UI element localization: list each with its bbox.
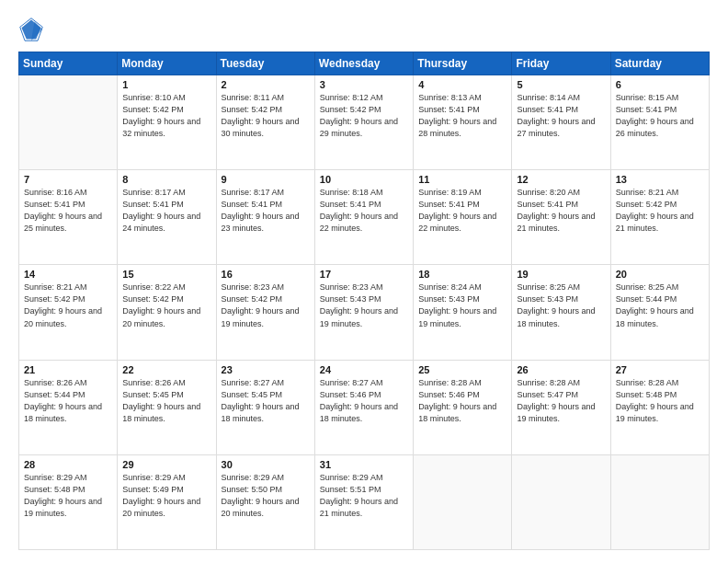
calendar-cell: 21Sunrise: 8:26 AMSunset: 5:44 PMDayligh… (19, 360, 118, 454)
day-info: Sunrise: 8:26 AMSunset: 5:44 PMDaylight:… (24, 377, 112, 425)
day-info: Sunrise: 8:17 AMSunset: 5:41 PMDaylight:… (122, 187, 210, 235)
day-number: 10 (320, 174, 408, 185)
day-number: 6 (616, 79, 704, 90)
day-number: 23 (222, 364, 310, 375)
calendar-cell: 17Sunrise: 8:23 AMSunset: 5:43 PMDayligh… (314, 265, 413, 360)
day-info: Sunrise: 8:28 AMSunset: 5:46 PMDaylight:… (418, 377, 506, 425)
day-info: Sunrise: 8:25 AMSunset: 5:43 PMDaylight:… (517, 282, 605, 329)
weekday-header-tuesday: Tuesday (216, 52, 314, 75)
day-info: Sunrise: 8:16 AMSunset: 5:41 PMDaylight:… (24, 187, 112, 235)
weekday-header-saturday: Saturday (610, 52, 709, 75)
calendar-table: SundayMondayTuesdayWednesdayThursdayFrid… (18, 52, 710, 550)
weekday-header-sunday: Sunday (19, 52, 118, 75)
day-info: Sunrise: 8:28 AMSunset: 5:47 PMDaylight:… (517, 377, 605, 425)
calendar-cell: 30Sunrise: 8:29 AMSunset: 5:50 PMDayligh… (216, 454, 314, 549)
header (18, 17, 710, 42)
day-number: 15 (122, 269, 210, 280)
day-info: Sunrise: 8:27 AMSunset: 5:46 PMDaylight:… (320, 377, 408, 425)
day-number: 29 (122, 459, 210, 470)
calendar-cell: 5Sunrise: 8:14 AMSunset: 5:41 PMDaylight… (512, 75, 610, 170)
day-info: Sunrise: 8:23 AMSunset: 5:42 PMDaylight:… (222, 282, 310, 329)
day-info: Sunrise: 8:17 AMSunset: 5:41 PMDaylight:… (222, 187, 310, 235)
logo-icon (18, 17, 44, 42)
day-number: 18 (418, 269, 506, 280)
calendar-cell: 27Sunrise: 8:28 AMSunset: 5:48 PMDayligh… (610, 360, 709, 454)
day-number: 30 (222, 459, 310, 470)
calendar-cell: 22Sunrise: 8:26 AMSunset: 5:45 PMDayligh… (118, 360, 216, 454)
day-info: Sunrise: 8:13 AMSunset: 5:41 PMDaylight:… (418, 92, 506, 140)
day-info: Sunrise: 8:29 AMSunset: 5:51 PMDaylight:… (320, 472, 408, 520)
calendar-cell (512, 454, 610, 549)
day-info: Sunrise: 8:29 AMSunset: 5:48 PMDaylight:… (24, 472, 112, 520)
day-number: 22 (122, 364, 210, 375)
calendar-cell: 4Sunrise: 8:13 AMSunset: 5:41 PMDaylight… (414, 75, 512, 170)
calendar-cell (414, 454, 512, 549)
weekday-header-friday: Friday (512, 52, 610, 75)
calendar-cell: 25Sunrise: 8:28 AMSunset: 5:46 PMDayligh… (414, 360, 512, 454)
day-number: 3 (320, 79, 408, 90)
calendar-cell: 14Sunrise: 8:21 AMSunset: 5:42 PMDayligh… (19, 265, 118, 360)
calendar-cell: 2Sunrise: 8:11 AMSunset: 5:42 PMDaylight… (216, 75, 314, 170)
day-info: Sunrise: 8:19 AMSunset: 5:41 PMDaylight:… (418, 187, 506, 235)
calendar-cell: 18Sunrise: 8:24 AMSunset: 5:43 PMDayligh… (414, 265, 512, 360)
day-info: Sunrise: 8:11 AMSunset: 5:42 PMDaylight:… (222, 92, 310, 140)
day-info: Sunrise: 8:24 AMSunset: 5:43 PMDaylight:… (418, 282, 506, 329)
day-number: 5 (517, 79, 605, 90)
day-info: Sunrise: 8:20 AMSunset: 5:41 PMDaylight:… (517, 187, 605, 235)
day-info: Sunrise: 8:28 AMSunset: 5:48 PMDaylight:… (616, 377, 704, 425)
day-number: 27 (616, 364, 704, 375)
calendar-cell: 12Sunrise: 8:20 AMSunset: 5:41 PMDayligh… (512, 170, 610, 265)
day-info: Sunrise: 8:29 AMSunset: 5:49 PMDaylight:… (122, 472, 210, 520)
day-number: 12 (517, 174, 605, 185)
calendar-cell: 10Sunrise: 8:18 AMSunset: 5:41 PMDayligh… (314, 170, 413, 265)
weekday-header-monday: Monday (118, 52, 216, 75)
calendar-cell: 8Sunrise: 8:17 AMSunset: 5:41 PMDaylight… (118, 170, 216, 265)
calendar-cell: 13Sunrise: 8:21 AMSunset: 5:42 PMDayligh… (610, 170, 709, 265)
day-info: Sunrise: 8:26 AMSunset: 5:45 PMDaylight:… (122, 377, 210, 425)
day-number: 7 (24, 174, 112, 185)
calendar-cell: 7Sunrise: 8:16 AMSunset: 5:41 PMDaylight… (19, 170, 118, 265)
day-info: Sunrise: 8:23 AMSunset: 5:43 PMDaylight:… (320, 282, 408, 329)
day-number: 19 (517, 269, 605, 280)
day-number: 24 (320, 364, 408, 375)
day-number: 2 (222, 79, 310, 90)
calendar-cell (19, 75, 118, 170)
calendar-cell: 3Sunrise: 8:12 AMSunset: 5:42 PMDaylight… (314, 75, 413, 170)
day-number: 9 (222, 174, 310, 185)
calendar-cell: 26Sunrise: 8:28 AMSunset: 5:47 PMDayligh… (512, 360, 610, 454)
day-info: Sunrise: 8:27 AMSunset: 5:45 PMDaylight:… (222, 377, 310, 425)
calendar-cell: 11Sunrise: 8:19 AMSunset: 5:41 PMDayligh… (414, 170, 512, 265)
page: SundayMondayTuesdayWednesdayThursdayFrid… (0, 0, 728, 563)
day-info: Sunrise: 8:21 AMSunset: 5:42 PMDaylight:… (616, 187, 704, 235)
calendar-cell: 31Sunrise: 8:29 AMSunset: 5:51 PMDayligh… (314, 454, 413, 549)
day-number: 17 (320, 269, 408, 280)
day-number: 4 (418, 79, 506, 90)
calendar-cell: 19Sunrise: 8:25 AMSunset: 5:43 PMDayligh… (512, 265, 610, 360)
day-number: 14 (24, 269, 112, 280)
calendar-cell: 15Sunrise: 8:22 AMSunset: 5:42 PMDayligh… (118, 265, 216, 360)
day-number: 26 (517, 364, 605, 375)
logo (18, 17, 48, 42)
day-number: 16 (222, 269, 310, 280)
calendar-cell: 23Sunrise: 8:27 AMSunset: 5:45 PMDayligh… (216, 360, 314, 454)
calendar-cell (610, 454, 709, 549)
day-info: Sunrise: 8:14 AMSunset: 5:41 PMDaylight:… (517, 92, 605, 140)
day-info: Sunrise: 8:29 AMSunset: 5:50 PMDaylight:… (222, 472, 310, 520)
day-number: 11 (418, 174, 506, 185)
day-info: Sunrise: 8:21 AMSunset: 5:42 PMDaylight:… (24, 282, 112, 329)
calendar-cell: 29Sunrise: 8:29 AMSunset: 5:49 PMDayligh… (118, 454, 216, 549)
day-info: Sunrise: 8:22 AMSunset: 5:42 PMDaylight:… (122, 282, 210, 329)
day-number: 20 (616, 269, 704, 280)
calendar-cell: 1Sunrise: 8:10 AMSunset: 5:42 PMDaylight… (118, 75, 216, 170)
day-info: Sunrise: 8:15 AMSunset: 5:41 PMDaylight:… (616, 92, 704, 140)
day-number: 13 (616, 174, 704, 185)
day-number: 28 (24, 459, 112, 470)
day-number: 1 (122, 79, 210, 90)
calendar-cell: 28Sunrise: 8:29 AMSunset: 5:48 PMDayligh… (19, 454, 118, 549)
day-info: Sunrise: 8:25 AMSunset: 5:44 PMDaylight:… (616, 282, 704, 329)
day-number: 21 (24, 364, 112, 375)
day-info: Sunrise: 8:18 AMSunset: 5:41 PMDaylight:… (320, 187, 408, 235)
day-info: Sunrise: 8:10 AMSunset: 5:42 PMDaylight:… (122, 92, 210, 140)
calendar-cell: 16Sunrise: 8:23 AMSunset: 5:42 PMDayligh… (216, 265, 314, 360)
weekday-header-thursday: Thursday (414, 52, 512, 75)
